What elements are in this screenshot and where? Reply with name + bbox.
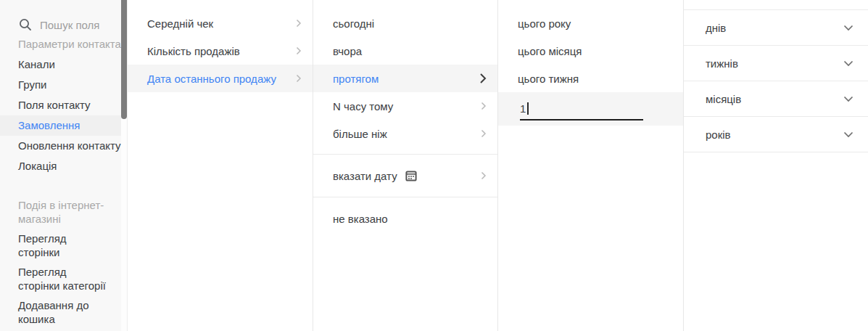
duration-input-value: 1	[520, 102, 526, 115]
sidebar-scrollbar-track[interactable]	[121, 0, 127, 331]
sidebar-scrollbar-thumb[interactable]	[121, 0, 127, 119]
unit-option-months[interactable]: місяців	[684, 81, 868, 116]
menu-item-within[interactable]: протягом	[313, 65, 497, 92]
chevron-right-icon	[481, 171, 487, 180]
chevron-down-icon	[843, 131, 853, 138]
sidebar-item-groups[interactable]: Групи	[0, 75, 127, 95]
unit-option-label: років	[706, 128, 843, 141]
chevron-right-bold-icon	[479, 73, 487, 84]
sidebar-item-contact-update[interactable]: Оновлення контакту	[0, 136, 127, 156]
menu-level-3: цього року цього місяця цього тижня 1	[498, 0, 684, 331]
menu-item-this-month[interactable]: цього місяця	[498, 37, 683, 65]
chevron-right-icon	[481, 102, 487, 110]
menu-item-yesterday[interactable]: вчора	[313, 37, 497, 65]
sidebar-item-orders[interactable]: Замовлення	[0, 115, 127, 136]
search-icon	[19, 18, 32, 31]
chevron-down-icon	[843, 96, 853, 102]
unit-option-years[interactable]: років	[684, 116, 868, 152]
segment-filter-flyout: Параметри контакта Канали Групи Поля кон…	[0, 0, 868, 331]
chevron-right-icon	[296, 46, 302, 55]
menu-level-4: днів тижнів місяців років	[684, 0, 868, 331]
duration-value-input[interactable]: 1	[520, 97, 643, 120]
sidebar-item-page-view[interactable]: Перегляд сторінки	[0, 229, 127, 262]
menu-item-label: більше ніж	[333, 128, 481, 140]
sidebar-section-store-event: Подія в інтернет-магазині	[0, 195, 127, 229]
menu-item-label: цього року	[518, 17, 672, 30]
search-input[interactable]	[40, 19, 112, 31]
menu-item-label: вказати дату	[333, 170, 397, 182]
field-search	[0, 0, 127, 34]
chevron-right-icon	[296, 74, 302, 83]
chevron-right-icon	[481, 129, 487, 138]
menu-item-last-sale-date[interactable]: Дата останнього продажу	[128, 65, 313, 92]
menu-item-today[interactable]: сьогодні	[313, 9, 497, 37]
menu-level-2: сьогодні вчора протягом N часу тому біль…	[313, 0, 498, 331]
chevron-down-icon	[843, 25, 853, 31]
menu-item-label: протягом	[333, 73, 479, 85]
menu-item-n-time-ago[interactable]: N часу тому	[313, 92, 497, 120]
menu-level-1: Середній чек Кількість продажів Дата ост…	[128, 0, 313, 331]
menu-item-label: цього тижня	[518, 73, 672, 85]
menu-item-label: Середній чек	[147, 17, 296, 30]
text-caret	[527, 102, 529, 115]
menu-item-sales-count[interactable]: Кількість продажів	[128, 37, 313, 65]
unit-option-days[interactable]: днів	[684, 9, 868, 45]
menu-item-more-than[interactable]: більше ніж	[313, 120, 497, 147]
chevron-right-icon	[296, 19, 302, 28]
sidebar-section-contact-params: Параметри контакта	[0, 34, 127, 54]
menu-item-this-year[interactable]: цього року	[498, 9, 683, 37]
menu-item-specify-date[interactable]: вказати дату	[313, 155, 497, 197]
menu-item-label: не вказано	[333, 213, 487, 225]
menu-item-average-check[interactable]: Середній чек	[128, 9, 313, 37]
menu-item-label: Дата останнього продажу	[147, 73, 296, 85]
menu-item-label: цього місяця	[518, 45, 672, 57]
sidebar-item-channels[interactable]: Канали	[0, 54, 127, 75]
sidebar-item-category-page-view[interactable]: Перегляд сторінки категорії	[0, 262, 127, 295]
sidebar-item-add-to-cart[interactable]: Додавання до кошика	[0, 295, 127, 329]
menu-item-label: сьогодні	[333, 17, 487, 30]
menu-item-not-specified[interactable]: не вказано	[313, 205, 497, 232]
unit-option-label: місяців	[706, 93, 843, 105]
menu-item-label: вчора	[333, 45, 487, 57]
unit-option-label: днів	[706, 22, 843, 34]
sidebar-item-contact-fields[interactable]: Поля контакту	[0, 95, 127, 115]
unit-option-label: тижнів	[706, 57, 843, 70]
chevron-down-icon	[843, 60, 853, 67]
menu-item-label: Кількість продажів	[147, 45, 296, 57]
sidebar-item-location[interactable]: Локація	[0, 156, 127, 176]
field-sidebar: Параметри контакта Канали Групи Поля кон…	[0, 0, 128, 331]
menu-item-label: N часу тому	[333, 100, 481, 113]
menu-item-this-week[interactable]: цього тижня	[498, 65, 683, 92]
unit-option-weeks[interactable]: тижнів	[684, 45, 868, 81]
duration-input-row: 1	[498, 92, 683, 126]
calendar-icon	[405, 169, 418, 182]
